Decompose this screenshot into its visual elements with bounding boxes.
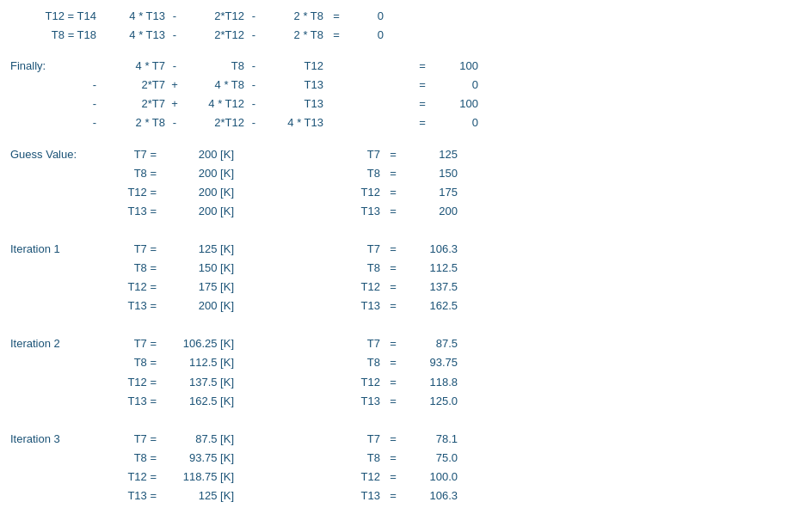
eq1-rhs: 0: [349, 7, 384, 26]
row-val: 125 [K]: [157, 240, 234, 259]
eq1-left: T12 = T14: [10, 7, 96, 26]
guess-section: Guess Value: T7 = 200 [K] T7 = 125 T8 = …: [10, 145, 802, 221]
f3-c2: 4 * T12: [184, 95, 244, 113]
row-rval: 200: [406, 202, 458, 221]
row-rval: 137.5: [406, 278, 458, 297]
row-val: 175 [K]: [157, 278, 234, 297]
row-req: =: [380, 297, 406, 315]
row-val: 200 [K]: [157, 183, 234, 202]
f1-eq: =: [409, 57, 435, 76]
row-val: 106.25 [K]: [157, 334, 234, 353]
data-row: T8 = 150 [K] T8 = 112.5: [10, 259, 802, 278]
row-var: T12 =: [114, 373, 157, 392]
row-var: T12 =: [114, 468, 157, 487]
row-rval: 125: [406, 145, 458, 164]
row-rvar: T13: [337, 202, 380, 221]
row-rval: 75.0: [406, 449, 458, 468]
f4-c3: 4 * T13: [263, 113, 323, 132]
f4-eq: =: [409, 113, 435, 132]
data-row: T13 = 125 [K] T13 = 106.3: [10, 487, 802, 505]
data-row: T8 = 200 [K] T8 = 150: [10, 164, 802, 183]
finally-row-1: Finally: 4 * T7 - T8 - T12 = 100: [10, 57, 802, 76]
row-val: 93.75 [K]: [157, 449, 234, 468]
row-val: 137.5 [K]: [157, 373, 234, 392]
row-rvar: T7: [337, 145, 380, 164]
row-rvar: T12: [337, 183, 380, 202]
finally-block: Finally: 4 * T7 - T8 - T12 = 100 - 2*T7 …: [10, 57, 802, 132]
finally-row-4: - 2 * T8 - 2*T12 - 4 * T13 = 0: [10, 113, 802, 132]
row-req: =: [380, 183, 406, 202]
data-row: T12 = 175 [K] T12 = 137.5: [10, 278, 802, 297]
eq2-c1: 4 * T13: [96, 26, 165, 45]
f3-eq: =: [409, 95, 435, 113]
row-rvar: T8: [337, 259, 380, 278]
eq2-c3: 2 * T8: [263, 26, 323, 45]
f4-c2: 2*T12: [184, 113, 244, 132]
row-req: =: [380, 487, 406, 505]
f4-op2: -: [244, 113, 263, 132]
data-row: T8 = 93.75 [K] T8 = 75.0: [10, 449, 802, 468]
eq1-c1: 4 * T13: [96, 7, 165, 26]
eq-row-2: T8 = T18 4 * T13 - 2*T12 - 2 * T8 = 0: [10, 26, 802, 45]
f3-op2: -: [244, 95, 263, 113]
row-var: T8 =: [114, 259, 157, 278]
data-row: T13 = 200 [K] T13 = 200: [10, 202, 802, 221]
row-rvar: T12: [337, 468, 380, 487]
row-rval: 125.0: [406, 392, 458, 411]
iteration-section: Iteration 3 T7 = 87.5 [K] T7 = 78.1 T8 =…: [10, 430, 802, 505]
row-rval: 162.5: [406, 297, 458, 315]
row-val: 87.5 [K]: [157, 430, 234, 449]
f4-c1: 2 * T8: [96, 113, 165, 132]
row-var: T8 =: [114, 353, 157, 372]
f3-indent: -: [10, 95, 96, 113]
f3-c3: T13: [263, 95, 323, 113]
row-rval: 106.3: [406, 487, 458, 505]
iteration-section: Iteration 1 T7 = 125 [K] T7 = 106.3 T8 =…: [10, 240, 802, 315]
row-rval: 118.8: [406, 373, 458, 392]
row-rval: 112.5: [406, 259, 458, 278]
row-var: T7 =: [114, 145, 157, 164]
data-row: T12 = 137.5 [K] T12 = 118.8: [10, 373, 802, 392]
row-val: 118.75 [K]: [157, 468, 234, 487]
row-req: =: [380, 164, 406, 183]
data-row: Iteration 3 T7 = 87.5 [K] T7 = 78.1: [10, 430, 802, 449]
row-rval: 175: [406, 183, 458, 202]
f1-c2: T8: [184, 57, 244, 76]
f2-c1: 2*T7: [96, 76, 165, 95]
eq1-eq: =: [323, 7, 349, 26]
eq2-eq: =: [323, 26, 349, 45]
row-req: =: [380, 430, 406, 449]
f4-indent: -: [10, 113, 96, 132]
row-req: =: [380, 259, 406, 278]
data-row: Iteration 1 T7 = 125 [K] T7 = 106.3: [10, 240, 802, 259]
row-var: T13 =: [114, 487, 157, 505]
row-req: =: [380, 468, 406, 487]
f2-op1: +: [165, 76, 184, 95]
f2-indent: -: [10, 76, 96, 95]
row-var: T7 =: [114, 430, 157, 449]
row-req: =: [380, 202, 406, 221]
f2-eq: =: [409, 76, 435, 95]
data-row: T12 = 118.75 [K] T12 = 100.0: [10, 468, 802, 487]
f1-rhs: 100: [435, 57, 478, 76]
f1-c3: T12: [263, 57, 323, 76]
eq2-left: T8 = T18: [10, 26, 96, 45]
row-rval: 106.3: [406, 240, 458, 259]
row-rval: 78.1: [406, 430, 458, 449]
f1-op2: -: [244, 57, 263, 76]
eq2-op1: -: [165, 26, 184, 45]
row-rval: 93.75: [406, 353, 458, 372]
f4-rhs: 0: [435, 113, 478, 132]
row-req: =: [380, 373, 406, 392]
row-rvar: T7: [337, 240, 380, 259]
row-var: T12 =: [114, 278, 157, 297]
finally-label: Finally:: [10, 57, 96, 76]
eq2-c2: 2*T12: [184, 26, 244, 45]
row-val: 162.5 [K]: [157, 392, 234, 411]
row-req: =: [380, 145, 406, 164]
equation-block: T12 = T14 4 * T13 - 2*T12 - 2 * T8 = 0 T…: [10, 7, 802, 45]
data-row: T13 = 200 [K] T13 = 162.5: [10, 297, 802, 315]
row-rvar: T8: [337, 353, 380, 372]
data-row: T12 = 200 [K] T12 = 175: [10, 183, 802, 202]
row-rvar: T12: [337, 373, 380, 392]
